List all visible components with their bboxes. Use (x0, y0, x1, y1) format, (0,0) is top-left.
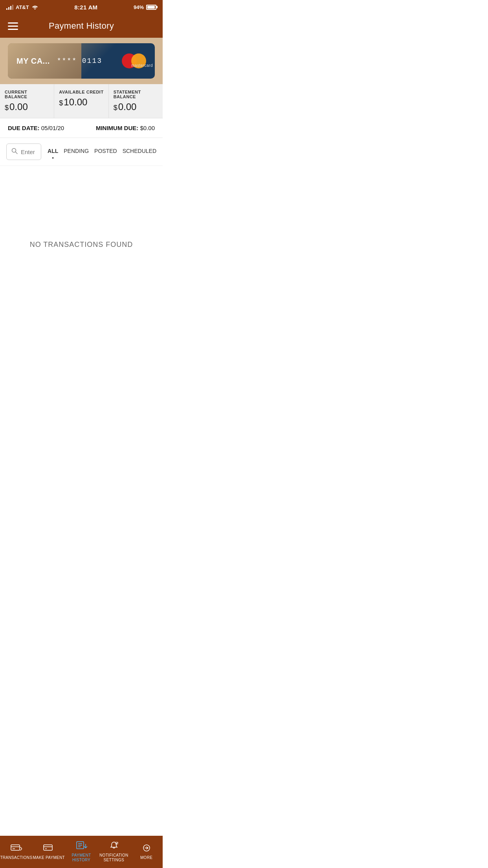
current-balance-label: CURRENT BALANCE (5, 90, 49, 99)
filter-tab-posted[interactable]: POSTED (94, 148, 117, 156)
empty-state-message: NO TRANSACTIONS FOUND (22, 217, 141, 272)
due-section: DUE DATE: 05/01/20 MINIMUM DUE: $0.00 (0, 118, 163, 138)
statement-balance-label: STATEMENT BALANCE (114, 90, 158, 99)
status-right: 94% (134, 4, 156, 10)
menu-button[interactable] (8, 22, 18, 30)
minimum-due-item: MINIMUM DUE: $0.00 (96, 125, 155, 131)
filter-tab-pending[interactable]: PENDING (64, 148, 89, 156)
available-credit: AVAILABLE CREDIT $10.00 (54, 84, 108, 118)
balance-section: CURRENT BALANCE $0.00 AVAILABLE CREDIT $… (0, 84, 163, 118)
minimum-due-value: $0.00 (140, 125, 155, 131)
available-credit-amount: $10.00 (59, 97, 103, 108)
statement-balance: STATEMENT BALANCE $0.00 (109, 84, 163, 118)
available-credit-label: AVAILABLE CREDIT (59, 90, 103, 94)
card-name: MY CA... (17, 57, 50, 66)
filter-tabs: ALL PENDING POSTED SCHEDULED (48, 148, 156, 156)
search-input[interactable] (21, 149, 36, 155)
wifi-icon (31, 4, 39, 11)
due-date-item: DUE DATE: 05/01/20 (8, 125, 64, 131)
battery-icon (146, 5, 156, 10)
time-display: 8:21 AM (74, 4, 97, 11)
carrier-label: AT&T (16, 4, 29, 10)
card-carousel[interactable]: MY CA... **** 0113 mastercard (0, 38, 163, 84)
card-item[interactable]: MY CA... **** 0113 mastercard (8, 43, 155, 79)
mc-brand-text: mastercard (131, 63, 146, 68)
due-date-label: DUE DATE: (8, 125, 40, 131)
search-filter-section: ALL PENDING POSTED SCHEDULED (0, 138, 163, 166)
due-date-value: 05/01/20 (41, 125, 64, 131)
card-number: **** 0113 (57, 57, 102, 65)
mastercard-logo: mastercard (122, 53, 146, 68)
signal-bars-icon (6, 4, 13, 10)
current-balance: CURRENT BALANCE $0.00 (0, 84, 54, 118)
search-icon (11, 148, 18, 156)
app-header: Payment History (0, 14, 163, 38)
page-title: Payment History (18, 21, 145, 31)
statement-balance-amount: $0.00 (114, 101, 158, 112)
status-left: AT&T (6, 4, 39, 11)
battery-percentage: 94% (134, 4, 144, 10)
svg-line-1 (16, 152, 18, 154)
filter-tab-scheduled[interactable]: SCHEDULED (123, 148, 156, 156)
transactions-content: NO TRANSACTIONS FOUND (0, 166, 163, 323)
search-box[interactable] (6, 143, 41, 160)
minimum-due-label: MINIMUM DUE: (96, 125, 138, 131)
filter-tab-all[interactable]: ALL (48, 148, 58, 156)
status-bar: AT&T 8:21 AM 94% (0, 0, 163, 14)
current-balance-amount: $0.00 (5, 101, 49, 112)
